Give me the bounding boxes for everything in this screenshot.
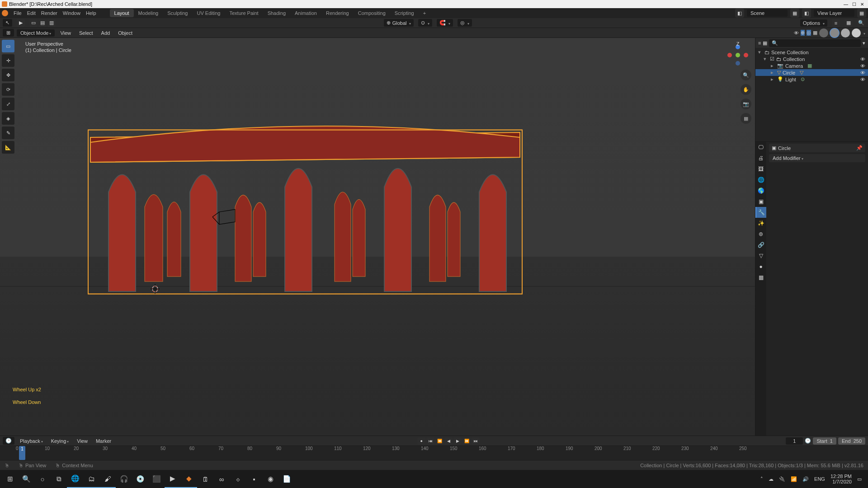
timeline-view[interactable]: View	[74, 438, 90, 444]
prop-tab-world[interactable]: 🌎	[755, 185, 766, 196]
viewport-menu-select[interactable]: Select	[76, 30, 96, 36]
workspace-rendering[interactable]: Rendering	[321, 9, 354, 17]
taskview-icon[interactable]: ⧉	[51, 470, 67, 488]
prop-tab-material[interactable]: ●	[755, 261, 766, 272]
prop-tab-viewlayer[interactable]: 🖼	[755, 164, 766, 174]
play-reverse-button[interactable]: ◀	[444, 437, 453, 445]
viewlayer-field[interactable]: View Layer	[814, 9, 854, 17]
zoom-icon[interactable]: 🔍	[741, 70, 751, 80]
menu-edit[interactable]: Edit	[24, 10, 38, 16]
workspace-modeling[interactable]: Modeling	[134, 9, 163, 17]
keyframe-prev-button[interactable]: ⏪	[435, 437, 443, 445]
tool-scale[interactable]: ⤢	[2, 98, 14, 110]
menu-file[interactable]: File	[11, 10, 24, 16]
blender-logo-icon[interactable]	[2, 10, 8, 16]
shading-dropdown[interactable]	[863, 30, 865, 36]
scene-field[interactable]: Scene	[747, 9, 788, 17]
prop-breadcrumb[interactable]: ▣Circle 📌	[769, 144, 865, 152]
workspace-add[interactable]: +	[419, 9, 430, 17]
select-mode2-icon[interactable]: ▤	[38, 19, 47, 27]
taskbar-explorer[interactable]: 🗂	[83, 470, 99, 488]
view-icon[interactable]: ▦	[844, 19, 853, 27]
tool-move[interactable]: ✥	[2, 69, 14, 81]
visibility-icon[interactable]: 👁	[794, 30, 799, 36]
current-frame-input[interactable]: 1	[786, 437, 803, 445]
jump-end-button[interactable]: ⏭	[472, 437, 480, 445]
search-button[interactable]: 🔍	[18, 470, 34, 488]
viewport-menu-object[interactable]: Object	[115, 30, 135, 36]
frame-start-input[interactable]: Start 1	[813, 437, 836, 445]
tray-chevron-icon[interactable]: ˄	[760, 476, 763, 482]
outliner-filter-icon[interactable]: ▾	[863, 40, 865, 46]
timeline[interactable]: 0102030405060708090100110120130140150160…	[0, 446, 868, 460]
taskbar-app3[interactable]: 🖌	[99, 470, 116, 488]
taskbar-app7[interactable]: ▶	[165, 470, 181, 488]
menu-help[interactable]: Help	[83, 10, 99, 16]
prop-tab-output[interactable]: 🖨	[755, 153, 766, 164]
taskbar-app4[interactable]: 🎧	[116, 470, 132, 488]
tool-select[interactable]: ▭	[2, 40, 14, 52]
workspace-texpaint[interactable]: Texture Paint	[225, 9, 263, 17]
timeline-editor-icon[interactable]: 🕑	[3, 437, 14, 445]
tray-power-icon[interactable]: 🔌	[779, 476, 785, 482]
tray-notifications-icon[interactable]: ▭	[857, 476, 862, 482]
preview-range-icon[interactable]: 🕑	[805, 438, 811, 444]
camera-view-icon[interactable]: 📷	[741, 99, 751, 109]
filter-icon[interactable]: ≡	[832, 19, 840, 27]
tray-onedrive-icon[interactable]: ☁	[769, 476, 774, 482]
viewport[interactable]: ▭ ✛ ✥ ⟳ ⤢ ◈ ✎ 📐 User Perspective (1) Col…	[0, 38, 755, 436]
viewport-menu-view[interactable]: View	[57, 30, 74, 36]
taskbar-word[interactable]: 📄	[278, 470, 295, 488]
close-button[interactable]: ✕	[858, 2, 866, 7]
taskbar-chrome[interactable]: ◉	[262, 470, 278, 488]
prop-tab-data[interactable]: ▽	[755, 250, 766, 261]
jump-start-button[interactable]: ⏮	[426, 437, 434, 445]
tool-annotate[interactable]: ✎	[2, 127, 14, 139]
tray-volume-icon[interactable]: 🔊	[802, 476, 809, 482]
minimize-button[interactable]: —	[842, 2, 850, 7]
scene-browser-icon[interactable]: ◧	[735, 9, 744, 18]
taskbar-app6[interactable]: ⬛	[148, 470, 165, 488]
workspace-shading[interactable]: Shading	[263, 9, 290, 17]
play-button[interactable]: ▶	[453, 437, 462, 445]
menu-render[interactable]: Render	[38, 10, 60, 16]
prop-tab-modifier[interactable]: 🔧	[755, 207, 766, 218]
workspace-sculpting[interactable]: Sculpting	[163, 9, 192, 17]
tool-cursor[interactable]: ✛	[2, 54, 14, 67]
pan-icon[interactable]: ✋	[741, 84, 751, 95]
overlay-icon[interactable]: ◎	[807, 30, 811, 36]
cursor-tool-icon[interactable]: ↖	[3, 19, 12, 27]
pivot-dropdown[interactable]: ⊙	[418, 19, 432, 27]
outliner-scene-collection[interactable]: ▾🗀Scene Collection	[755, 49, 868, 56]
mode-dropdown[interactable]: Object Mode	[17, 29, 55, 37]
editor-type-icon[interactable]: ⊞	[3, 29, 14, 37]
workspace-layout[interactable]: Layout	[110, 9, 134, 17]
workspace-scripting[interactable]: Scripting	[390, 9, 419, 17]
gizmo-overlay-icon[interactable]: ⊕	[801, 30, 805, 36]
xray-icon[interactable]: ▦	[813, 30, 817, 36]
shading-matprev[interactable]	[841, 28, 850, 38]
scene-new-button[interactable]: ▦	[790, 9, 799, 18]
snap-dropdown[interactable]: 🧲	[437, 19, 453, 27]
outliner-search[interactable]: 🔍	[769, 39, 861, 47]
workspace-uv[interactable]: UV Editing	[192, 9, 225, 17]
taskbar-vscode[interactable]: ⟐	[230, 470, 246, 488]
outliner-circle[interactable]: ▸▽Circle▽👁	[755, 69, 868, 76]
timeline-playback[interactable]: Playback	[17, 438, 46, 444]
taskbar-blender[interactable]: ◆	[181, 470, 197, 488]
prop-tab-particle[interactable]: ✨	[755, 218, 766, 229]
outliner-mode-icon[interactable]: ▦	[763, 40, 767, 46]
menu-window[interactable]: Window	[60, 10, 83, 16]
viewlayer-browser-icon[interactable]: ◧	[802, 9, 811, 18]
start-button[interactable]: ⊞	[2, 470, 18, 488]
viewport-menu-add[interactable]: Add	[99, 30, 113, 36]
workspace-animation[interactable]: Animation	[290, 9, 321, 17]
add-modifier-button[interactable]: Add Modifier	[769, 154, 865, 162]
maximize-button[interactable]: ☐	[850, 2, 858, 7]
outliner-collection[interactable]: ▾☑🗀Collection👁	[755, 56, 868, 62]
proportional-dropdown[interactable]: ◎	[458, 19, 472, 27]
tray-network-icon[interactable]: 📶	[791, 476, 797, 482]
perspective-icon[interactable]: ▦	[741, 113, 751, 124]
shading-solid[interactable]	[830, 28, 839, 38]
tool-transform[interactable]: ◈	[2, 112, 14, 125]
